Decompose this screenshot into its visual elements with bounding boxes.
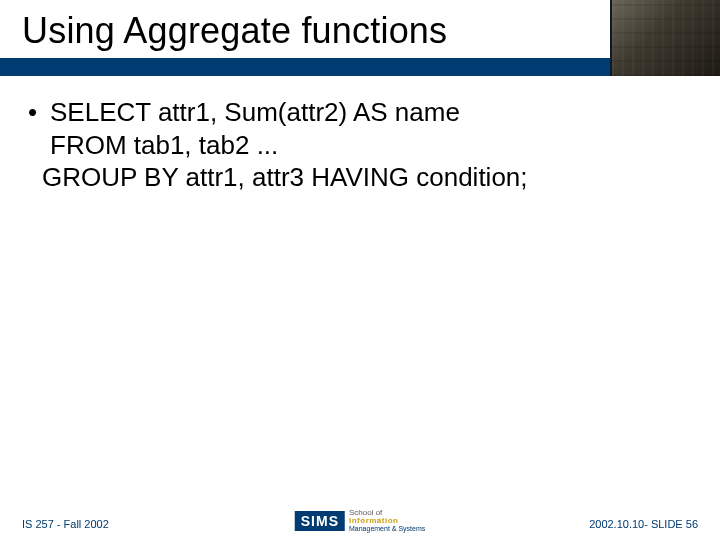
slide-body: • SELECT attr1, Sum(attr2) AS name FROM … [28, 96, 692, 194]
title-decorative-image [610, 0, 720, 76]
body-line-2-wrapper: FROM tab1, tab2 ... [28, 129, 692, 162]
sims-line-2: Information [349, 517, 425, 525]
body-line-1: SELECT attr1, Sum(attr2) AS name [50, 96, 460, 129]
title-bar: Using Aggregate functions [0, 0, 720, 74]
slide-title: Using Aggregate functions [22, 10, 447, 52]
footer-center-logo: SIMS School of Information Management & … [295, 509, 426, 532]
body-line-2: FROM tab1, tab2 ... [50, 130, 278, 160]
bullet-line-1: • SELECT attr1, Sum(attr2) AS name [28, 96, 692, 129]
footer-right: 2002.10.10- SLIDE 56 [589, 518, 698, 530]
slide: Using Aggregate functions • SELECT attr1… [0, 0, 720, 540]
sims-logo-box: SIMS [295, 511, 345, 531]
body-line-3: GROUP BY attr1, attr3 HAVING condition; [42, 162, 528, 192]
bullet-icon: • [28, 96, 50, 129]
footer-left: IS 257 - Fall 2002 [22, 518, 109, 530]
sims-logo-text: School of Information Management & Syste… [349, 509, 425, 532]
footer: IS 257 - Fall 2002 SIMS School of Inform… [0, 500, 720, 530]
sims-line-3: Management & Systems [349, 525, 425, 532]
body-line-3-wrapper: GROUP BY attr1, attr3 HAVING condition; [28, 161, 692, 194]
